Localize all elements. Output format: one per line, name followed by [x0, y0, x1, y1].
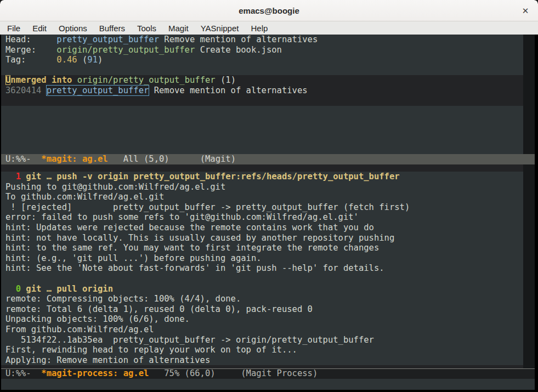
modeline-text: U:%%-	[5, 154, 41, 164]
buffer-line: 1 git … push -v origin pretty_output_buf…	[1, 172, 523, 182]
text-segment: hint: Updates were rejected because the …	[5, 223, 374, 232]
text-segment: Pushing to git@github.com:Wilfred/ag.el.…	[5, 182, 225, 192]
branch-box: pretty_output_buffer	[47, 86, 149, 95]
text-segment: Remove mention of alternatives	[159, 35, 318, 44]
titlebar: emacs@boogie ✕	[0, 0, 538, 21]
emacs-frame: emacs@boogie ✕ FileEditOptionsBuffersToo…	[0, 0, 538, 392]
buffer-line: error: failed to push some refs to 'git@…	[1, 212, 523, 223]
text-segment: origin/pretty_output_buffer	[77, 75, 216, 85]
text-segment: git … pull origin	[26, 284, 113, 294]
text-segment: 0.46	[56, 55, 77, 65]
text-segment	[21, 284, 26, 294]
buffer-line: hint: to the same ref. You may want to f…	[1, 243, 523, 253]
menu-item-file[interactable]: File	[1, 22, 26, 34]
text-segment: nmerged into	[10, 75, 77, 85]
text-segment	[41, 86, 46, 95]
buffer-line: From github.com:Wilfred/ag.el	[1, 325, 523, 335]
close-icon[interactable]: ✕	[519, 5, 531, 17]
menu-item-tools[interactable]: Tools	[131, 22, 162, 34]
buffer-line: hint: not have locally. This is usually …	[1, 233, 523, 243]
text-segment	[5, 172, 16, 181]
buffer-line: 0 git … pull origin	[1, 284, 523, 294]
buffer-line: ! [rejected] pretty_output_buffer -> pre…	[1, 202, 523, 213]
text-segment	[21, 172, 26, 181]
text-segment: Tag:	[5, 55, 56, 65]
modeline-buffer-name: *magit: ag.el	[41, 154, 107, 164]
text-segment	[5, 284, 16, 294]
modeline-text: All (5,0)	[108, 154, 200, 164]
text-segment: (1)	[216, 75, 236, 85]
text-segment: To github.com:Wilfred/ag.el.git	[5, 192, 164, 202]
text-segment: git … push -v origin pretty_output_buffe…	[26, 172, 399, 181]
text-segment: Unpacking objects: 100% (6/6), done.	[5, 314, 190, 324]
buffer-line: To github.com:Wilfred/ag.el.git	[1, 192, 523, 202]
text-segment: From github.com:Wilfred/ag.el	[5, 325, 154, 334]
buffer-line	[1, 96, 523, 106]
menu-item-options[interactable]: Options	[53, 22, 93, 34]
menu-item-magit[interactable]: Magit	[162, 22, 195, 34]
modeline-text: 75% (66,0)	[149, 368, 241, 378]
text-segment: origin/pretty_output_buffer	[56, 45, 195, 55]
magit-status-window[interactable]: Head: pretty_output_buffer Remove mentio…	[1, 35, 523, 154]
minibuffer[interactable]	[1, 379, 535, 390]
text-cursor: U	[5, 75, 10, 85]
modeline-magit-process: U:%%- *magit-process: ag.el 75% (66,0) (…	[1, 368, 535, 379]
text-segment: hint: See the 'Note about fast-forwards'…	[5, 263, 384, 273]
text-segment: 3620414	[5, 86, 41, 95]
text-segment: error: failed to push some refs to 'git@…	[5, 212, 359, 222]
modeline-text: (Magit Process)	[241, 368, 318, 378]
text-segment: Head:	[5, 35, 56, 44]
menu-item-edit[interactable]: Edit	[26, 22, 53, 34]
window-title: emacs@boogie	[239, 6, 299, 15]
menubar: FileEditOptionsBuffersToolsMagitYASnippe…	[0, 21, 538, 35]
menu-item-buffers[interactable]: Buffers	[93, 22, 131, 34]
buffer-line	[1, 274, 523, 284]
text-segment: Applying: Remove mention of alternatives	[5, 355, 210, 365]
buffer-line: hint: (e.g., 'git pull ...') before push…	[1, 253, 523, 264]
buffer-line: Unmerged into origin/pretty_output_buffe…	[1, 75, 523, 86]
modeline-text: U:%%-	[5, 368, 41, 378]
buffer-line: First, rewinding head to replay your wor…	[1, 345, 523, 355]
magit-process-window[interactable]: 1 git … push -v origin pretty_output_buf…	[1, 164, 523, 368]
text-segment: 91	[87, 55, 98, 65]
buffer-line	[1, 164, 523, 172]
text-segment: Remove mention of alternatives	[149, 86, 307, 95]
text-segment: Create book.json	[195, 45, 282, 55]
text-segment: hint: not have locally. This is usually …	[5, 233, 394, 243]
text-segment: remote: Compressing objects: 100% (4/4),…	[5, 294, 241, 304]
text-segment: remote: Total 6 (delta 1), reused 0 (del…	[5, 304, 313, 314]
buffer-line: Head: pretty_output_buffer Remove mentio…	[1, 35, 523, 45]
modeline-text: (Magit)	[200, 154, 236, 164]
menu-item-help[interactable]: Help	[245, 22, 274, 34]
buffer-line: Pushing to git@github.com:Wilfred/ag.el.…	[1, 182, 523, 192]
buffer-line: 3620414 pretty_output_buffer Remove ment…	[1, 86, 523, 96]
buffer-line	[1, 65, 523, 76]
buffer-line: remote: Total 6 (delta 1), reused 0 (del…	[1, 304, 523, 315]
menu-item-yasnippet[interactable]: YASnippet	[195, 22, 245, 34]
buffer-line: 5134f22..1ab35ea pretty_output_buffer ->…	[1, 335, 523, 345]
modeline-magit-status: U:%%- *magit: ag.el All (5,0) (Magit)	[1, 154, 535, 164]
buffer-line: remote: Compressing objects: 100% (4/4),…	[1, 294, 523, 304]
text-segment: 5134f22..1ab35ea pretty_output_buffer ->…	[5, 335, 374, 345]
buffer-line: Applying: Remove mention of alternatives	[1, 355, 523, 366]
buffer-line: Merge: origin/pretty_output_buffer Creat…	[1, 45, 523, 55]
buffer-line: Tag: 0.46 (91)	[1, 55, 523, 65]
text-segment: First, rewinding head to replay your wor…	[5, 345, 297, 355]
buffer-line: Unpacking objects: 100% (6/6), done.	[1, 314, 523, 325]
text-segment: 0	[16, 284, 21, 294]
text-segment: ! [rejected] pretty_output_buffer -> pre…	[5, 202, 410, 212]
scrollbar-gutter[interactable]	[523, 35, 535, 368]
text-segment: (	[77, 55, 88, 65]
buffer-line: hint: See the 'Note about fast-forwards'…	[1, 263, 523, 274]
text-segment: 1	[16, 172, 21, 181]
text-segment: )	[98, 55, 103, 65]
text-segment: pretty_output_buffer	[56, 35, 159, 44]
text-segment: hint: to the same ref. You may want to f…	[5, 243, 379, 253]
text-segment: Merge:	[5, 45, 56, 55]
text-segment: hint: (e.g., 'git pull ...') before push…	[5, 253, 262, 263]
modeline-buffer-name: *magit-process: ag.el	[41, 368, 149, 378]
buffer-line: hint: Updates were rejected because the …	[1, 223, 523, 233]
